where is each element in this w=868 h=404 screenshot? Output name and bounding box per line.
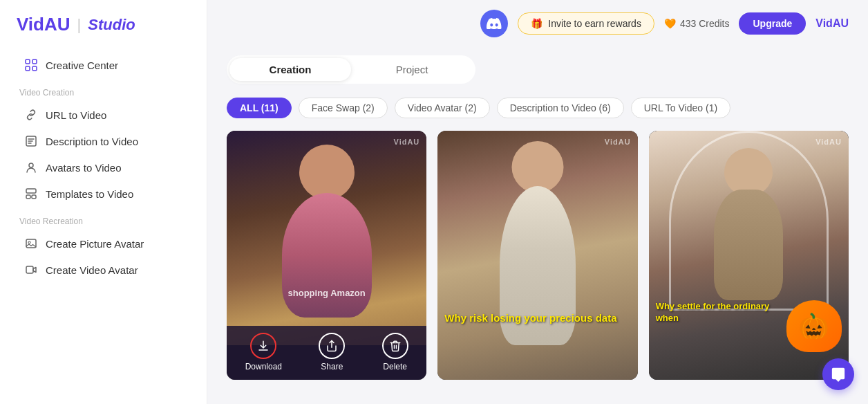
shopping-overlay: shopping Amazon: [227, 288, 426, 298]
tabs-row: Creation Project: [227, 55, 475, 84]
svg-rect-3: [32, 66, 37, 71]
video-card-2[interactable]: VidAU Why risk losing your precious data: [437, 131, 637, 380]
tab-project[interactable]: Project: [351, 58, 473, 81]
chat-bubble-button[interactable]: [822, 358, 854, 390]
svg-rect-8: [32, 195, 36, 199]
video-card-3[interactable]: 🎃 VidAU Why settle for the ordinary when: [649, 131, 849, 380]
download-icon: [250, 333, 276, 359]
vidau-brand-label: VidAU: [815, 17, 849, 30]
share-button[interactable]: Share: [319, 333, 345, 371]
grid-icon: [25, 59, 37, 71]
filter-url-to-video[interactable]: URL To Video (1): [631, 98, 730, 118]
video-card-1[interactable]: VidAU shopping Amazon Download: [227, 131, 426, 380]
sidebar-picture-avatar-label: Create Picture Avatar: [46, 238, 144, 250]
delete-label: Delete: [383, 362, 407, 371]
invite-label: Invite to earn rewards: [548, 18, 641, 29]
picture-icon: [25, 237, 37, 250]
header: 🎁 Invite to earn rewards 🧡 433 Credits U…: [207, 0, 868, 47]
content-area: Creation Project ALL (11) Face Swap (2) …: [207, 47, 868, 404]
share-label: Share: [321, 362, 343, 371]
filter-desc-to-video[interactable]: Description to Video (6): [497, 98, 624, 118]
sidebar-url-label: URL to Video: [46, 109, 106, 121]
sidebar-creative-center-label: Creative Center: [46, 59, 118, 71]
svg-point-10: [28, 241, 30, 244]
sidebar-item-desc-to-video[interactable]: Description to Video: [6, 128, 201, 154]
watermark-3: VidAU: [815, 138, 842, 146]
svg-point-5: [29, 163, 33, 167]
credits-area: 🧡 433 Credits: [664, 18, 730, 29]
overlay-text-2: Why risk losing your precious data: [444, 311, 630, 325]
logo-divider: |: [77, 16, 82, 34]
video-avatar-icon: [25, 264, 37, 276]
description-icon: [25, 135, 37, 147]
sidebar-item-templates-to-video[interactable]: Templates to Video: [6, 181, 201, 207]
credits-label: 433 Credits: [680, 18, 730, 29]
link-icon: [25, 109, 37, 121]
tab-creation[interactable]: Creation: [229, 58, 351, 81]
video-grid: VidAU shopping Amazon Download: [227, 131, 849, 380]
download-label: Download: [245, 362, 282, 371]
video-recreation-section: Video Recreation: [0, 207, 207, 230]
sidebar-item-picture-avatar[interactable]: Create Picture Avatar: [6, 230, 201, 257]
filter-row: ALL (11) Face Swap (2) Video Avatar (2) …: [227, 98, 849, 118]
delete-button[interactable]: Delete: [382, 333, 408, 371]
svg-rect-2: [26, 66, 30, 71]
logo-studio: Studio: [88, 16, 135, 34]
overlay-text-3: Why settle for the ordinary when: [656, 301, 793, 324]
watermark-1: VidAU: [394, 138, 420, 146]
invite-icon: 🎁: [531, 18, 542, 29]
discord-button[interactable]: [480, 10, 508, 37]
sidebar-item-video-avatar[interactable]: Create Video Avatar: [6, 257, 201, 283]
delete-icon: [382, 333, 408, 359]
share-icon: [319, 333, 345, 359]
svg-rect-0: [26, 59, 30, 64]
svg-rect-6: [26, 189, 36, 193]
sidebar-item-creative-center[interactable]: Creative Center: [6, 52, 201, 78]
sidebar-desc-label: Description to Video: [46, 136, 138, 147]
watermark-2: VidAU: [605, 138, 631, 146]
logo-brand: VidAU: [17, 14, 70, 35]
filter-face-swap[interactable]: Face Swap (2): [299, 98, 388, 118]
sidebar-video-avatar-label: Create Video Avatar: [46, 264, 138, 276]
sidebar-item-avatars-to-video[interactable]: Avatars to Video: [6, 154, 201, 181]
sidebar-item-url-to-video[interactable]: URL to Video: [6, 102, 201, 128]
sidebar-avatars-label: Avatars to Video: [46, 162, 122, 174]
download-button[interactable]: Download: [245, 333, 282, 371]
template-icon: [25, 187, 37, 200]
main-area: 🎁 Invite to earn rewards 🧡 433 Credits U…: [207, 0, 868, 404]
sidebar: VidAU | Studio Creative Center Video Cre…: [0, 0, 207, 404]
svg-rect-1: [32, 59, 37, 64]
credits-icon: 🧡: [664, 18, 676, 29]
invite-button[interactable]: 🎁 Invite to earn rewards: [518, 12, 654, 35]
upgrade-button[interactable]: Upgrade: [739, 12, 806, 35]
action-bar: Download Share: [227, 326, 426, 380]
svg-rect-7: [26, 195, 30, 199]
logo-area: VidAU | Studio: [0, 14, 207, 52]
sidebar-templates-label: Templates to Video: [46, 188, 133, 200]
video-creation-section: Video Creation: [0, 78, 207, 102]
avatar-icon: [25, 161, 37, 174]
filter-video-avatar[interactable]: Video Avatar (2): [395, 98, 490, 118]
svg-rect-11: [26, 266, 33, 273]
filter-all[interactable]: ALL (11): [227, 98, 292, 118]
